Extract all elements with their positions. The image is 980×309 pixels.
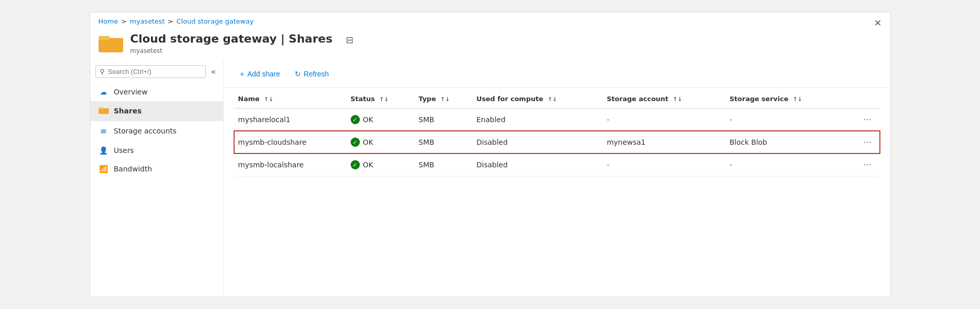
breadcrumb-home[interactable]: Home bbox=[99, 17, 118, 25]
collapse-button[interactable]: « bbox=[209, 65, 218, 79]
breadcrumb-current[interactable]: Cloud storage gateway bbox=[177, 17, 254, 25]
sidebar: ⚲ « ☁ Overview Shares ≡ bbox=[90, 61, 224, 297]
content-area: + Add share ↻ Refresh Name ↑↓ bbox=[224, 61, 890, 297]
shares-table: Name ↑↓ Status ↑↓ Type ↑↓ bbox=[234, 90, 880, 177]
sidebar-item-label-bandwidth: Bandwidth bbox=[114, 165, 152, 173]
sort-icon-compute: ↑↓ bbox=[548, 96, 557, 103]
cell-more-actions[interactable]: ··· bbox=[844, 108, 879, 131]
page-header: Cloud storage gateway | Shares myasetest… bbox=[90, 28, 890, 60]
search-input-wrap[interactable]: ⚲ bbox=[95, 65, 206, 78]
print-icon[interactable]: ⊟ bbox=[346, 34, 354, 45]
search-input[interactable] bbox=[108, 68, 201, 75]
cell-name: mysmb-localshare bbox=[234, 153, 347, 176]
sidebar-item-label-users: Users bbox=[114, 146, 134, 154]
breadcrumb: Home > myasetest > Cloud storage gateway bbox=[90, 12, 890, 28]
cell-storage-account: - bbox=[603, 153, 725, 176]
header-title-block: Cloud storage gateway | Shares myasetest bbox=[130, 32, 333, 54]
refresh-button[interactable]: ↻ Refresh bbox=[289, 67, 335, 81]
status-ok-icon: ✓ bbox=[351, 115, 360, 124]
cell-name: mysharelocal1 bbox=[234, 108, 347, 131]
cell-storage-service: - bbox=[725, 108, 844, 131]
cell-type: SMB bbox=[414, 131, 472, 153]
status-text: OK bbox=[363, 115, 373, 124]
sidebar-item-shares[interactable]: Shares bbox=[90, 101, 223, 121]
table-row[interactable]: mysmb-localshare ✓ OK SMB Disabled - - ·… bbox=[234, 153, 880, 176]
add-share-label: Add share bbox=[247, 70, 280, 78]
col-header-type[interactable]: Type ↑↓ bbox=[414, 90, 472, 108]
col-header-storage-service[interactable]: Storage service ↑↓ bbox=[725, 90, 844, 108]
table-row[interactable]: mysharelocal1 ✓ OK SMB Enabled - - ··· bbox=[234, 108, 880, 131]
sidebar-item-bandwidth[interactable]: 📶 Bandwidth bbox=[90, 160, 223, 178]
sidebar-item-label-storage: Storage accounts bbox=[114, 127, 177, 135]
sort-icon-storage-account: ↑↓ bbox=[673, 96, 682, 103]
main-window: ✕ Home > myasetest > Cloud storage gatew… bbox=[90, 12, 891, 297]
col-header-name[interactable]: Name ↑↓ bbox=[234, 90, 347, 108]
sidebar-item-overview[interactable]: ☁ Overview bbox=[90, 83, 223, 101]
refresh-icon: ↻ bbox=[295, 70, 301, 78]
add-icon: + bbox=[240, 70, 244, 78]
cell-more-actions[interactable]: ··· bbox=[844, 153, 879, 176]
more-options-icon[interactable]: ··· bbox=[859, 137, 875, 148]
refresh-label: Refresh bbox=[304, 70, 329, 78]
cell-storage-service: Block Blob bbox=[725, 131, 844, 153]
more-options-icon[interactable]: ··· bbox=[859, 114, 875, 126]
sort-icon-name: ↑↓ bbox=[264, 96, 273, 103]
close-icon[interactable]: ✕ bbox=[874, 18, 881, 28]
sidebar-item-label-shares: Shares bbox=[114, 107, 142, 115]
dash-value: - bbox=[607, 115, 609, 124]
cell-storage-account: mynewsa1 bbox=[603, 131, 725, 153]
svg-rect-0 bbox=[99, 38, 123, 52]
sidebar-item-storage-accounts[interactable]: ≡ Storage accounts bbox=[90, 121, 223, 141]
status-text: OK bbox=[363, 138, 373, 146]
cell-used-for-compute: Disabled bbox=[472, 153, 603, 176]
cell-type: SMB bbox=[414, 153, 472, 176]
sort-icon-storage-service: ↑↓ bbox=[793, 96, 802, 103]
folder-icon bbox=[99, 33, 123, 53]
cell-more-actions[interactable]: ··· bbox=[844, 131, 879, 153]
col-header-actions bbox=[844, 90, 879, 108]
sidebar-item-users[interactable]: 👤 Users bbox=[90, 141, 223, 160]
status-text: OK bbox=[363, 161, 373, 169]
page-title: Cloud storage gateway | Shares bbox=[130, 32, 333, 46]
svg-rect-3 bbox=[99, 107, 103, 109]
toolbar: + Add share ↻ Refresh bbox=[224, 61, 890, 88]
cell-used-for-compute: Enabled bbox=[472, 108, 603, 131]
cloud-icon: ☁ bbox=[99, 88, 109, 96]
svg-rect-1 bbox=[99, 36, 110, 40]
breadcrumb-resource[interactable]: myasetest bbox=[130, 17, 165, 25]
search-icon: ⚲ bbox=[100, 68, 105, 75]
cell-status: ✓ OK bbox=[347, 108, 415, 131]
dash-value: - bbox=[607, 161, 609, 169]
table-header-row: Name ↑↓ Status ↑↓ Type ↑↓ bbox=[234, 90, 880, 108]
col-header-storage-account[interactable]: Storage account ↑↓ bbox=[603, 90, 725, 108]
sidebar-item-label-overview: Overview bbox=[114, 88, 148, 96]
breadcrumb-sep1: > bbox=[121, 17, 127, 25]
search-bar: ⚲ « bbox=[90, 61, 223, 83]
cell-status: ✓ OK bbox=[347, 153, 415, 176]
user-icon: 👤 bbox=[99, 146, 109, 154]
status-ok-icon: ✓ bbox=[351, 138, 360, 147]
add-share-button[interactable]: + Add share bbox=[234, 67, 286, 81]
cell-type: SMB bbox=[414, 108, 472, 131]
more-options-icon[interactable]: ··· bbox=[859, 159, 875, 171]
cell-value: Block Blob bbox=[729, 138, 767, 146]
breadcrumb-sep2: > bbox=[168, 17, 174, 25]
cell-used-for-compute: Disabled bbox=[472, 131, 603, 153]
shares-folder-icon bbox=[99, 106, 109, 116]
sort-icon-type: ↑↓ bbox=[440, 96, 450, 103]
status-ok-icon: ✓ bbox=[351, 160, 360, 169]
wifi-icon: 📶 bbox=[99, 165, 109, 173]
cell-storage-service: - bbox=[725, 153, 844, 176]
dash-value: - bbox=[729, 115, 732, 124]
page-subtitle: myasetest bbox=[130, 47, 333, 54]
storage-icon: ≡ bbox=[99, 126, 109, 136]
cell-value: mynewsa1 bbox=[607, 138, 646, 146]
sort-icon-status: ↑↓ bbox=[379, 96, 389, 103]
table-row[interactable]: mysmb-cloudshare ✓ OK SMB Disabled mynew… bbox=[234, 131, 880, 153]
col-header-status[interactable]: Status ↑↓ bbox=[347, 90, 415, 108]
table-container: Name ↑↓ Status ↑↓ Type ↑↓ bbox=[224, 88, 890, 297]
col-header-used-for-compute[interactable]: Used for compute ↑↓ bbox=[472, 90, 603, 108]
dash-value: - bbox=[729, 161, 732, 169]
cell-name: mysmb-cloudshare bbox=[234, 131, 347, 153]
cell-status: ✓ OK bbox=[347, 131, 415, 153]
